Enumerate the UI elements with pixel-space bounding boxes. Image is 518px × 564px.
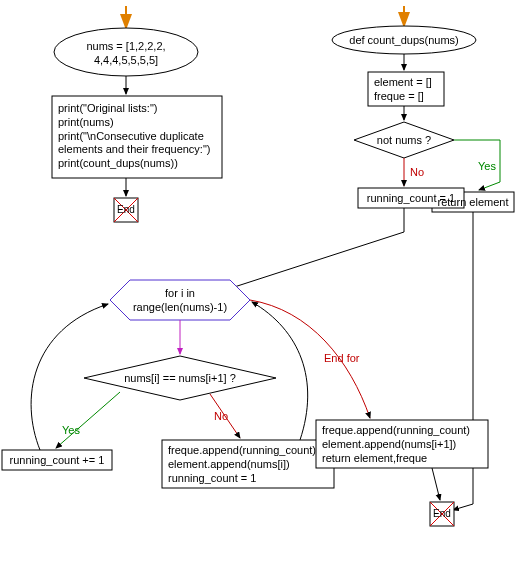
incr-block: running_count += 1	[4, 454, 110, 468]
func-guard-no: No	[410, 166, 424, 180]
func-def-label: def count_dups(nums)	[340, 34, 468, 48]
func-init-code: element = [] freque = []	[374, 76, 432, 104]
func-guard-label: not nums ?	[366, 134, 442, 148]
main-end-label: End	[114, 204, 138, 217]
func-guard-yes: Yes	[478, 160, 496, 174]
running-init: running_count = 1	[358, 192, 464, 206]
main-start-code: nums = [1,2,2,2, 4,4,4,5,5,5,5]	[68, 40, 184, 68]
loop-cond: nums[i] == nums[i+1] ?	[110, 372, 250, 386]
else-body: freque.append(running_count) element.app…	[168, 444, 316, 485]
cond-yes: Yes	[62, 424, 80, 438]
cond-no: No	[214, 410, 228, 424]
after-loop: freque.append(running_count) element.app…	[322, 424, 470, 465]
for-header: for i in range(len(nums)-1)	[128, 287, 232, 315]
end-for-label: End for	[324, 352, 359, 366]
main-print-block: print("Original lists:") print(nums) pri…	[58, 102, 218, 171]
func-end-label: End	[430, 508, 454, 521]
svg-line-23	[432, 468, 440, 500]
